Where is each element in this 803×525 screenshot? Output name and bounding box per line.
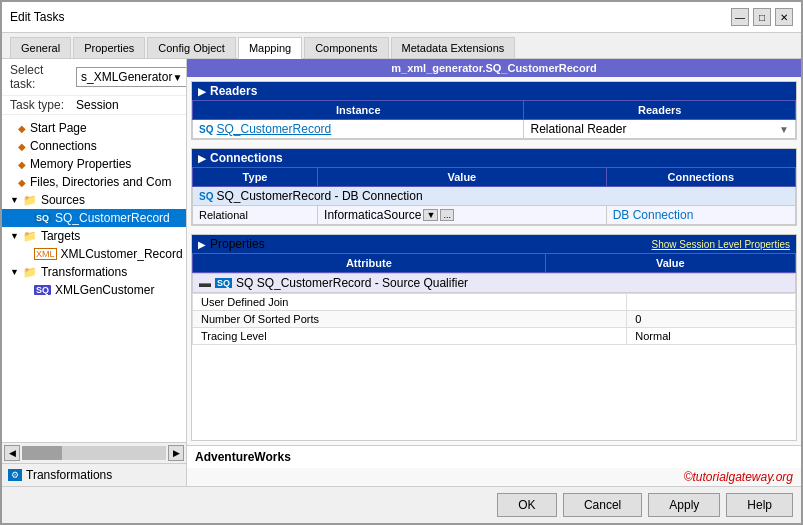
toggle-icon[interactable]: ▶ xyxy=(198,239,206,250)
mapping-title: m_xml_generator.SQ_CustomerRecord xyxy=(187,59,801,77)
conn-browse-button[interactable]: ... xyxy=(440,209,454,221)
toggle-icon[interactable]: ▶ xyxy=(198,153,206,164)
scroll-left-button[interactable]: ◀ xyxy=(4,445,20,461)
properties-table: Attribute Value xyxy=(192,253,796,273)
tree-label: Files, Directories and Com xyxy=(30,175,171,189)
task-type-value: Session xyxy=(76,98,119,112)
bottom-tab-bar: ⚙ Transformations xyxy=(2,463,186,486)
toggle-icon[interactable]: ▶ xyxy=(198,86,206,97)
readers-section-header: ▶ Readers xyxy=(192,82,796,100)
chevron-down-icon: ▼ xyxy=(10,231,19,241)
conn-col-connections: Connections xyxy=(606,168,795,187)
attributes-table: User Defined Join Number Of Sorted Ports… xyxy=(192,293,796,345)
apply-button[interactable]: Apply xyxy=(648,493,720,517)
tab-properties[interactable]: Properties xyxy=(73,37,145,58)
chevron-down-icon: ▼ xyxy=(10,195,19,205)
diamond-icon: ◆ xyxy=(18,141,26,152)
tree-item-memory-properties[interactable]: ◆ Memory Properties xyxy=(2,155,186,173)
tree-item-files-dirs[interactable]: ◆ Files, Directories and Com xyxy=(2,173,186,191)
conn-col-value: Value xyxy=(318,168,607,187)
properties-header: ▶ Properties Show Session Level Properti… xyxy=(192,235,796,253)
table-row: Number Of Sorted Ports 0 xyxy=(193,311,796,328)
expand-icon[interactable]: ▬ xyxy=(199,276,211,290)
tree-item-start-page[interactable]: ◆ Start Page xyxy=(2,119,186,137)
diamond-icon: ◆ xyxy=(18,123,26,134)
instance-link[interactable]: SQ_CustomerRecord xyxy=(217,122,332,136)
prop-sq-row: ▬ SQ SQ SQ_CustomerRecord - Source Quali… xyxy=(192,273,796,293)
folder-icon: 📁 xyxy=(23,194,37,207)
tree-item-xml-customer[interactable]: XML XMLCustomer_Record xyxy=(2,245,186,263)
window-controls: — □ ✕ xyxy=(731,8,793,26)
sq-icon: SQ xyxy=(215,278,232,288)
properties-header-left: ▶ Properties xyxy=(198,237,265,251)
window-title: Edit Tasks xyxy=(10,10,64,24)
properties-title: Properties xyxy=(210,237,265,251)
task-row: Select task: s_XMLGenerator ▼ xyxy=(2,59,186,96)
tab-general[interactable]: General xyxy=(10,37,71,58)
attr-name: User Defined Join xyxy=(193,294,627,311)
conn-col-type: Type xyxy=(193,168,318,187)
left-panel: Select task: s_XMLGenerator ▼ Task type:… xyxy=(2,59,187,486)
sq-header-cell: SQ SQ_CustomerRecord - DB Connection xyxy=(193,187,796,206)
conn-value-cell: InformaticaSource ▼ ... xyxy=(318,206,607,225)
table-row: Tracing Level Normal xyxy=(193,328,796,345)
readers-col-readers: Readers xyxy=(524,101,796,120)
conn-value-text: InformaticaSource xyxy=(324,208,421,222)
tree-label: XMLCustomer_Record xyxy=(61,247,183,261)
sq-header-text: SQ_CustomerRecord - DB Connection xyxy=(217,189,423,203)
tree-label: XMLGenCustomer xyxy=(55,283,154,297)
maximize-button[interactable]: □ xyxy=(753,8,771,26)
close-button[interactable]: ✕ xyxy=(775,8,793,26)
scroll-thumb xyxy=(22,446,62,460)
readers-reader-cell: Relational Reader ▼ xyxy=(524,120,796,139)
xml-icon: XML xyxy=(34,248,57,260)
tab-metadata-extensions[interactable]: Metadata Extensions xyxy=(391,37,516,58)
readers-title: Readers xyxy=(210,84,257,98)
sq-icon: SQ xyxy=(34,213,51,223)
horizontal-scrollbar[interactable]: ◀ ▶ xyxy=(2,442,186,463)
bottom-bar: OK Cancel Apply Help xyxy=(2,486,801,523)
tab-config-object[interactable]: Config Object xyxy=(147,37,236,58)
conn-value-button[interactable]: ▼ xyxy=(423,209,438,221)
ok-button[interactable]: OK xyxy=(497,493,557,517)
connections-section-header: ▶ Connections xyxy=(192,149,796,167)
tree-group-transformations[interactable]: ▼ 📁 Transformations xyxy=(2,263,186,281)
reader-dropdown[interactable]: Relational Reader ▼ xyxy=(530,122,789,136)
table-row: User Defined Join xyxy=(193,294,796,311)
minimize-button[interactable]: — xyxy=(731,8,749,26)
attr-value xyxy=(627,294,796,311)
readers-section: ▶ Readers Instance Readers xyxy=(191,81,797,140)
tree-group-sources[interactable]: ▼ 📁 Sources xyxy=(2,191,186,209)
prop-col-attribute: Attribute xyxy=(193,254,546,273)
cancel-button[interactable]: Cancel xyxy=(563,493,642,517)
connections-section: ▶ Connections Type Value Connections xyxy=(191,148,797,226)
tree-label: Targets xyxy=(41,229,80,243)
value-cell-inner: InformaticaSource ▼ ... xyxy=(324,208,600,222)
task-type-label: Task type: xyxy=(10,98,70,112)
attr-value: Normal xyxy=(627,328,796,345)
tab-components[interactable]: Components xyxy=(304,37,388,58)
tab-mapping[interactable]: Mapping xyxy=(238,37,302,59)
tree-item-sq-customer[interactable]: SQ SQ_CustomerRecord xyxy=(2,209,186,227)
tree-group-targets[interactable]: ▼ 📁 Targets xyxy=(2,227,186,245)
scroll-track xyxy=(22,446,166,460)
bottom-tab-label[interactable]: Transformations xyxy=(26,468,112,482)
table-row: SQ SQ_CustomerRecord Relational Reader ▼ xyxy=(193,120,796,139)
scroll-right-button[interactable]: ▶ xyxy=(168,445,184,461)
table-row: SQ SQ_CustomerRecord - DB Connection xyxy=(193,187,796,206)
connections-table: Type Value Connections SQ SQ_CustomerRec… xyxy=(192,167,796,225)
tree-item-xmlgen-customer[interactable]: SQ XMLGenCustomer xyxy=(2,281,186,299)
diamond-icon: ◆ xyxy=(18,159,26,170)
bottom-tab-icon: ⚙ xyxy=(8,469,22,481)
readers-instance-cell: SQ SQ_CustomerRecord xyxy=(193,120,524,139)
dropdown-arrow-icon: ▼ xyxy=(779,124,789,135)
tree-item-connections[interactable]: ◆ Connections xyxy=(2,137,186,155)
adventure-works-text: AdventureWorks xyxy=(195,450,291,464)
prop-sq-label: SQ SQ_CustomerRecord - Source Qualifier xyxy=(236,276,468,290)
prop-col-value: Value xyxy=(545,254,795,273)
select-task-dropdown[interactable]: s_XMLGenerator ▼ xyxy=(76,67,187,87)
diamond-icon: ◆ xyxy=(18,177,26,188)
help-button[interactable]: Help xyxy=(726,493,793,517)
show-session-link[interactable]: Show Session Level Properties xyxy=(652,239,790,250)
right-panel: m_xml_generator.SQ_CustomerRecord ▶ Read… xyxy=(187,59,801,486)
